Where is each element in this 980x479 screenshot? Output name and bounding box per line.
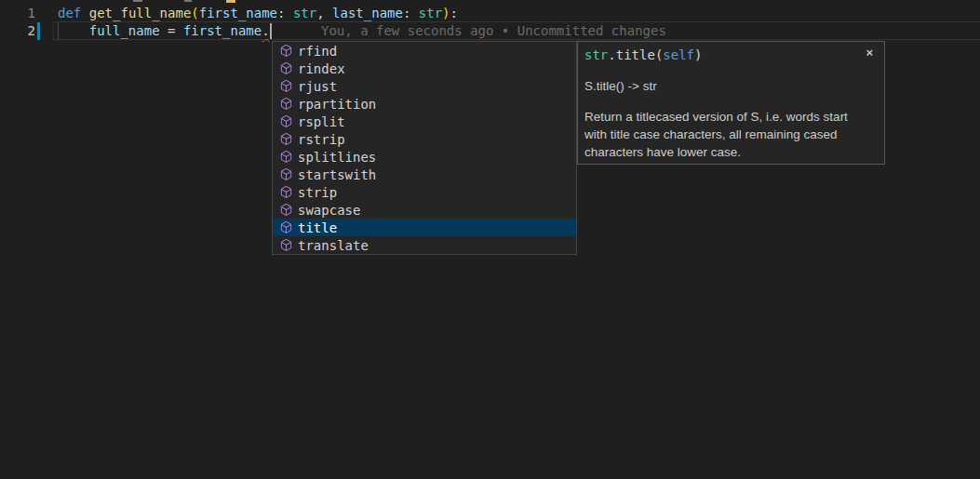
docs-signature: str.title(self) [584,47,866,64]
code-tokens: def get_full_name(first_name: str, last_… [58,6,458,20]
method-icon [278,167,293,182]
code-line-1[interactable]: def get_full_name(first_name: str, last_… [58,5,458,22]
suggest-item[interactable]: rfind [273,42,576,60]
code-tokens: full_name = first_name. [58,23,270,38]
suggest-docs-panel: str.title(self) S.title() -> str Return … [577,41,885,165]
git-blame-annotation: You, a few seconds ago • Uncommitted cha… [321,22,666,40]
suggest-item-label: strip [298,185,337,200]
method-icon [278,220,293,235]
signature-tokens: str.title(self) [584,47,702,62]
method-icon [278,79,293,94]
method-icon [278,238,293,253]
git-modified-indicator [37,22,40,40]
suggest-item-label: rpartition [298,97,376,112]
line-number-1: 1 [0,5,35,22]
suggest-widget: rfind rindex rjust rpartition rsplit [272,41,577,255]
line-number-2: 2 [0,22,35,40]
suggest-item[interactable]: startswith [273,166,576,183]
method-icon [278,203,293,218]
suggest-item[interactable]: title [273,219,576,236]
method-icon [278,185,293,200]
suggest-item-label: rsplit [298,114,345,129]
docs-description: Return a titlecased version of S, i.e. w… [584,108,862,161]
suggest-list: rfind rindex rjust rpartition rsplit [273,42,576,254]
suggest-item-label: rjust [298,79,337,94]
suggest-item[interactable]: strip [273,183,576,201]
clipped-line-fragment [133,0,142,2]
suggest-item[interactable]: rstrip [273,130,576,148]
method-icon [278,61,293,76]
clipped-line-fragment [184,0,192,2]
code-line-2[interactable]: full_name = first_name. [58,22,272,40]
suggest-item[interactable]: translate [273,236,576,254]
suggest-item[interactable]: rpartition [273,95,576,113]
suggest-item[interactable]: rsplit [273,113,576,130]
docs-summary: S.title() -> str [584,77,866,95]
suggest-item-label: rindex [298,61,345,76]
method-icon [278,44,293,59]
clipped-line-fragment [226,0,235,3]
suggest-item[interactable]: rjust [273,77,576,95]
suggest-item[interactable]: splitlines [273,148,576,166]
text-cursor [270,23,272,39]
suggest-item[interactable]: swapcase [273,201,576,219]
suggest-item-label: splitlines [298,150,376,165]
suggest-item-label: swapcase [298,203,360,218]
method-icon [278,132,293,147]
method-icon [278,114,293,129]
suggest-item-label: title [298,220,337,235]
suggest-item[interactable]: rindex [273,60,576,77]
suggest-item-label: rfind [298,44,337,59]
suggest-item-label: rstrip [298,132,345,147]
method-icon [278,150,293,165]
method-icon [278,97,293,112]
close-icon[interactable]: × [866,46,873,60]
suggest-item-label: startswith [298,167,376,182]
suggest-item-label: translate [298,238,369,253]
